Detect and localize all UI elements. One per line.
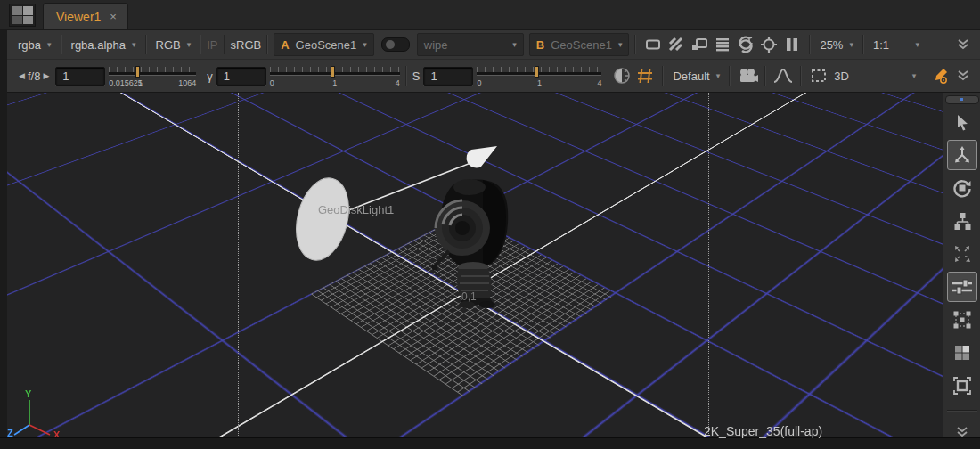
channels-value: rgba xyxy=(18,38,41,52)
tab-close-icon[interactable]: × xyxy=(110,10,117,23)
camera-model[interactable] xyxy=(432,179,509,308)
overlay-windows-icon[interactable] xyxy=(688,35,711,54)
divider xyxy=(800,66,802,86)
scene-graph-tool-button[interactable] xyxy=(947,206,977,236)
chevron-down-icon: ▾ xyxy=(912,71,917,80)
display-mode-value: RGB xyxy=(156,38,181,52)
layer-value: rgba.alpha xyxy=(71,38,126,52)
lighting-toggle-icon[interactable] xyxy=(610,66,633,86)
roi-crosshair-icon[interactable] xyxy=(757,35,780,54)
tab-label: Viewer1 xyxy=(56,10,101,24)
grid-origin-label: 0,1 xyxy=(461,290,477,303)
grid-toggle-icon[interactable] xyxy=(633,66,657,86)
saturation-slider-handle[interactable] xyxy=(535,66,539,78)
input-a-dropdown[interactable]: A GeoScene1 ▾ xyxy=(274,33,374,56)
divider xyxy=(634,35,636,54)
viewer-toolbar-row1: rgba ▾ rgba.alpha ▾ RGB ▾ IP sRGB A GeoS… xyxy=(7,30,980,60)
colorspace-button[interactable]: sRGB xyxy=(231,38,262,52)
gain-slider[interactable]: 0.015625 1 1064 xyxy=(109,66,196,91)
tab-viewer1[interactable]: Viewer1 × xyxy=(43,3,128,29)
zoom-value: 25% xyxy=(820,38,843,52)
viewport-side-toolbar xyxy=(943,93,980,449)
input-b-letter: B xyxy=(536,38,544,52)
saturation-slider[interactable]: 0 1 4 xyxy=(477,66,601,91)
wipe-dropdown[interactable]: wipe ▾ xyxy=(417,33,524,56)
pointer-tool-button[interactable] xyxy=(947,107,977,137)
wipe-toggle[interactable] xyxy=(381,37,410,52)
proxy-stripes-icon[interactable] xyxy=(665,35,688,54)
saturation-label: S xyxy=(412,69,421,83)
rotate-tool-button[interactable] xyxy=(947,173,977,203)
gain-input-value: 1 xyxy=(62,69,69,83)
snap-grid-tool-button[interactable] xyxy=(947,305,977,335)
scanlines-icon[interactable] xyxy=(711,35,734,54)
gain-prev-icon[interactable]: ◀ xyxy=(16,71,28,80)
toolbar-handle[interactable] xyxy=(945,95,979,104)
camera-icon[interactable] xyxy=(736,66,759,86)
collapse-chevron-icon[interactable] xyxy=(951,66,975,86)
quad-view-tool-button[interactable] xyxy=(947,338,977,368)
divider xyxy=(662,66,664,86)
layer-dropdown[interactable]: rgba.alpha ▾ xyxy=(68,38,140,52)
viewer-3d-viewport[interactable]: Y X Z GeoDiskLight1 0,1 2K_Super_35(full… xyxy=(7,93,943,437)
viewer-mode-dropdown[interactable]: Default ▾ xyxy=(669,69,723,83)
pixel-aspect-dropdown[interactable]: 1:1 ▾ xyxy=(870,38,923,52)
divider xyxy=(61,35,62,54)
channels-dropdown[interactable]: rgba ▾ xyxy=(14,38,55,52)
input-process-button[interactable]: IP xyxy=(207,38,217,52)
gain-input[interactable]: 1 xyxy=(55,67,105,86)
view-select-value: 3D xyxy=(834,69,849,83)
divider xyxy=(947,410,977,412)
chevron-down-icon: ▾ xyxy=(618,40,623,49)
divider xyxy=(809,35,811,54)
gamma-slider[interactable]: 0 1 4 xyxy=(270,66,400,91)
gamma-slider-handle[interactable] xyxy=(331,66,335,78)
gamma-label: γ xyxy=(207,69,213,83)
chevron-down-icon: ▾ xyxy=(512,40,517,49)
gamma-input-value: 1 xyxy=(224,69,230,83)
gain-slider-handle[interactable] xyxy=(135,66,140,78)
spread-axes-tool-button[interactable] xyxy=(947,239,977,269)
input-b-value: GeoScene1 xyxy=(551,38,612,52)
disk-light[interactable] xyxy=(288,173,356,266)
saturation-input[interactable]: 1 xyxy=(423,67,473,86)
pause-playback-icon[interactable] xyxy=(780,35,804,54)
input-a-value: GeoScene1 xyxy=(296,38,357,52)
refresh-cycle-icon[interactable] xyxy=(734,35,757,54)
frame-all-tool-button[interactable] xyxy=(947,371,977,401)
translate-tool-button[interactable] xyxy=(947,140,977,170)
axis-y-label: Y xyxy=(25,388,32,399)
pane-layout-icon[interactable] xyxy=(9,4,36,27)
slider-track xyxy=(109,72,196,76)
light-name-label: GeoDiskLight1 xyxy=(318,203,394,216)
slider-track xyxy=(477,72,601,76)
display-mode-dropdown[interactable]: RGB ▾ xyxy=(152,38,195,52)
divider xyxy=(224,35,225,54)
color-sampler-icon[interactable] xyxy=(928,66,951,86)
pixel-aspect-value: 1:1 xyxy=(873,38,889,52)
zoom-dropdown[interactable]: 25% ▾ xyxy=(816,38,857,52)
gain-next-icon[interactable]: ▶ xyxy=(40,71,52,80)
bottom-bar xyxy=(0,437,980,449)
chevron-down-icon: ▾ xyxy=(849,40,853,49)
gamma-input[interactable]: 1 xyxy=(216,67,266,86)
divider xyxy=(266,35,268,54)
input-b-dropdown[interactable]: B GeoScene1 ▾ xyxy=(529,33,630,56)
wipe-value: wipe xyxy=(424,38,448,52)
viewer-mode-value: Default xyxy=(673,69,709,83)
fstop-label[interactable]: f/8 xyxy=(28,69,40,83)
marquee-select-icon[interactable] xyxy=(807,66,830,86)
toggle-knob xyxy=(386,40,395,49)
chevron-down-icon: ▾ xyxy=(132,40,136,49)
chevron-down-icon: ▾ xyxy=(716,71,721,80)
mask-overlay-icon[interactable] xyxy=(641,35,665,54)
divider xyxy=(764,66,766,86)
channel-sliders-tool-button[interactable] xyxy=(947,272,977,302)
divider xyxy=(862,35,864,54)
lut-curve-icon[interactable] xyxy=(772,66,795,86)
input-a-letter: A xyxy=(281,38,289,52)
divider xyxy=(405,66,407,86)
axis-x-label: X xyxy=(53,429,61,437)
view-select-dropdown[interactable]: 3D ▾ xyxy=(830,69,919,83)
collapse-chevron-icon[interactable] xyxy=(951,35,975,54)
